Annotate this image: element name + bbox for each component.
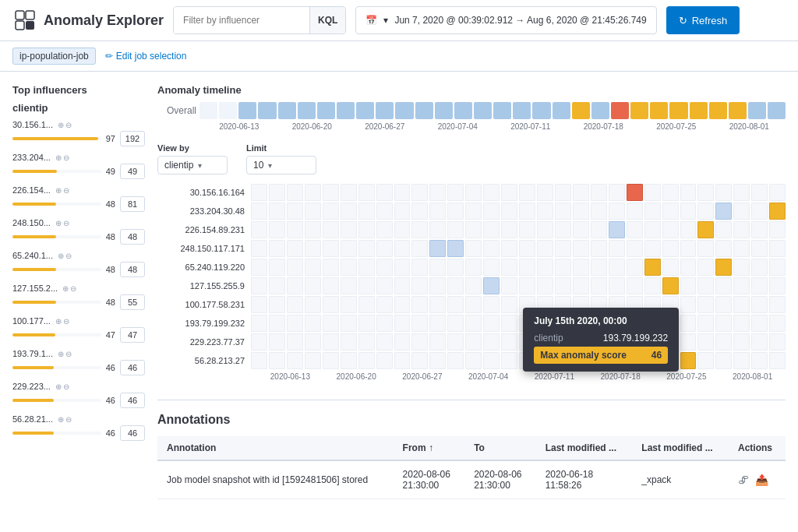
limit-select[interactable]: 10 ▾ — [246, 156, 316, 174]
col-from[interactable]: From ↑ — [394, 436, 465, 460]
grid-cell[interactable] — [376, 296, 393, 313]
grid-cell[interactable] — [591, 221, 607, 238]
grid-cell[interactable] — [769, 203, 786, 220]
grid-cell[interactable] — [411, 184, 428, 201]
timeline-cell[interactable] — [768, 102, 786, 119]
grid-cell[interactable] — [287, 240, 303, 257]
timeline-cell[interactable] — [572, 102, 590, 119]
grid-cell[interactable] — [358, 221, 375, 238]
grid-cell[interactable] — [269, 352, 285, 369]
grid-cell[interactable] — [394, 277, 411, 294]
grid-cell[interactable] — [341, 296, 357, 313]
grid-cell[interactable] — [287, 221, 303, 238]
grid-cell[interactable] — [697, 352, 714, 369]
influencer-badge[interactable]: 48 — [120, 262, 145, 277]
filter-in-icon[interactable]: ⊕ — [55, 219, 62, 227]
grid-cell[interactable] — [269, 259, 285, 276]
grid-cell[interactable] — [411, 296, 428, 313]
grid-cell[interactable] — [376, 203, 393, 220]
grid-cell[interactable] — [483, 221, 500, 238]
grid-cell[interactable] — [465, 240, 482, 257]
grid-cell[interactable] — [733, 184, 750, 201]
grid-cell[interactable] — [751, 333, 768, 351]
grid-cell[interactable] — [323, 315, 339, 332]
grid-cell[interactable] — [376, 277, 393, 294]
grid-cell[interactable] — [305, 352, 321, 369]
grid-cell[interactable] — [411, 203, 428, 220]
grid-cell[interactable] — [519, 259, 535, 276]
filter-out-icon[interactable]: ⊖ — [65, 415, 72, 424]
grid-cell[interactable] — [662, 184, 679, 201]
grid-cell[interactable] — [662, 259, 679, 276]
grid-cell[interactable] — [697, 203, 714, 220]
grid-cell[interactable] — [447, 277, 464, 294]
grid-cell[interactable] — [323, 352, 339, 369]
grid-cell[interactable] — [733, 315, 750, 332]
grid-cell[interactable] — [733, 259, 750, 276]
grid-cell[interactable] — [769, 277, 786, 294]
timeline-cell[interactable] — [532, 102, 550, 119]
grid-cell[interactable] — [287, 333, 303, 351]
filter-out-icon[interactable]: ⊖ — [63, 382, 69, 391]
grid-cell[interactable] — [251, 277, 267, 294]
grid-cell[interactable] — [251, 221, 267, 238]
timeline-cell[interactable] — [748, 102, 766, 119]
grid-cell[interactable] — [501, 240, 517, 257]
influencer-badge[interactable]: 46 — [120, 393, 145, 408]
grid-cell[interactable] — [411, 259, 428, 276]
grid-cell[interactable] — [537, 203, 553, 220]
grid-cell[interactable] — [751, 203, 768, 220]
grid-cell[interactable] — [483, 184, 500, 201]
grid-cell[interactable] — [341, 221, 357, 238]
filter-out-icon[interactable]: ⊖ — [63, 317, 69, 326]
grid-cell[interactable] — [465, 315, 482, 332]
grid-cell[interactable] — [609, 240, 625, 257]
grid-cell[interactable] — [751, 277, 768, 294]
grid-cell[interactable] — [501, 221, 517, 238]
grid-cell[interactable] — [269, 277, 285, 294]
timeline-cell[interactable] — [337, 102, 355, 119]
edit-job-link[interactable]: ✏ Edit job selection — [105, 51, 187, 62]
grid-cell[interactable] — [447, 221, 464, 238]
grid-cell[interactable] — [376, 240, 393, 257]
grid-cell[interactable] — [483, 352, 500, 369]
grid-cell[interactable] — [483, 240, 500, 257]
grid-cell[interactable] — [769, 296, 786, 313]
grid-cell[interactable] — [644, 277, 661, 294]
influencer-badge[interactable]: 192 — [120, 131, 145, 146]
grid-cell[interactable] — [680, 296, 697, 313]
filter-out-icon[interactable]: ⊖ — [63, 186, 69, 195]
grid-cell[interactable] — [697, 184, 714, 201]
grid-cell[interactable] — [394, 240, 411, 257]
grid-cell[interactable] — [733, 240, 750, 257]
grid-cell[interactable] — [287, 203, 303, 220]
grid-cell[interactable] — [609, 184, 625, 201]
grid-cell[interactable] — [680, 352, 697, 369]
grid-cell[interactable] — [644, 240, 661, 257]
grid-cell[interactable] — [358, 203, 375, 220]
grid-cell[interactable] — [662, 240, 679, 257]
grid-cell[interactable] — [573, 221, 589, 238]
grid-cell[interactable] — [555, 184, 571, 201]
grid-cell[interactable] — [305, 240, 321, 257]
grid-cell[interactable] — [376, 221, 393, 238]
grid-cell[interactable] — [269, 240, 285, 257]
job-tag[interactable]: ip-population-job — [12, 48, 96, 65]
grid-cell[interactable] — [609, 203, 625, 220]
grid-cell[interactable] — [394, 333, 411, 351]
grid-cell[interactable] — [680, 184, 697, 201]
grid-cell[interactable] — [483, 296, 500, 313]
grid-cell[interactable] — [501, 259, 517, 276]
kql-button[interactable]: KQL — [309, 7, 345, 33]
grid-cell[interactable] — [501, 333, 517, 351]
grid-cell[interactable] — [644, 203, 661, 220]
grid-cell[interactable] — [394, 184, 411, 201]
grid-cell[interactable] — [680, 240, 697, 257]
grid-cell[interactable] — [627, 221, 643, 238]
grid-cell[interactable] — [501, 296, 517, 313]
timeline-cell[interactable] — [435, 102, 453, 119]
grid-cell[interactable] — [251, 315, 267, 332]
grid-cell[interactable] — [411, 221, 428, 238]
grid-cell[interactable] — [644, 259, 661, 276]
grid-cell[interactable] — [483, 315, 500, 332]
